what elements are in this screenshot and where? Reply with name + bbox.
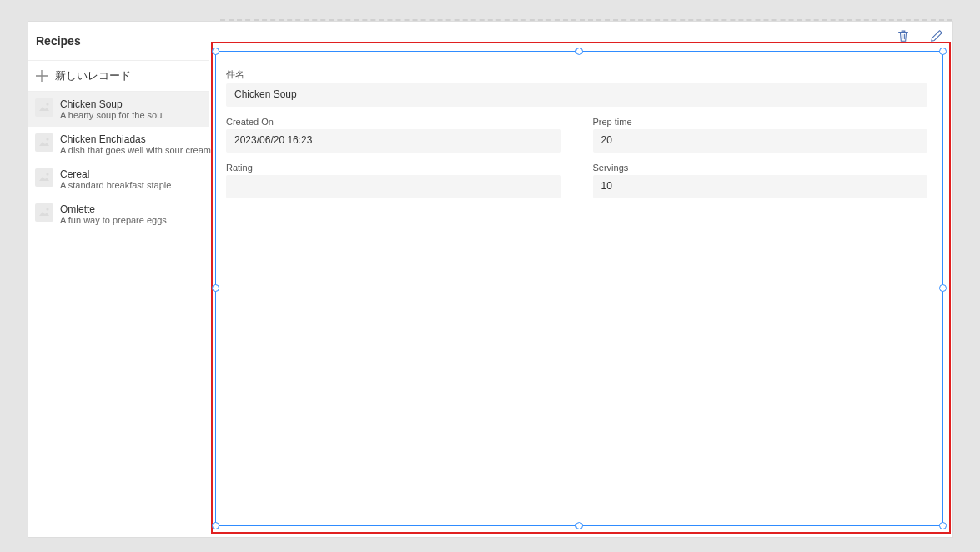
svg-point-7 xyxy=(46,208,48,210)
new-record-button[interactable]: 新しいレコード xyxy=(28,61,209,92)
list-item-subtitle: A fun way to prepare eggs xyxy=(60,215,167,225)
sidebar-title: Recipes xyxy=(28,22,209,61)
list-item-title: Chicken Enchiadas xyxy=(60,133,203,145)
list-item[interactable]: Cereal A standard breakfast staple xyxy=(28,162,209,197)
pencil-icon xyxy=(929,28,944,43)
list-item[interactable]: Chicken Soup A hearty soup for the soul xyxy=(28,92,209,127)
list-item[interactable]: Chicken Enchiadas A dish that goes well … xyxy=(28,127,209,162)
field-value-servings[interactable]: 10 xyxy=(593,175,928,198)
form-area: 件名 Chicken Soup Created On 2023/06/20 16… xyxy=(226,68,927,198)
field-value-rating[interactable] xyxy=(226,175,561,198)
field-label-created-on: Created On xyxy=(226,117,561,127)
app-card: Recipes 新しいレコード Chicken Soup A hearty so… xyxy=(28,21,953,538)
image-placeholder-icon xyxy=(35,168,53,187)
svg-point-3 xyxy=(46,138,48,140)
plus-icon xyxy=(35,69,48,83)
svg-marker-2 xyxy=(39,142,49,146)
list-item-title: Cereal xyxy=(60,168,171,180)
list-item-subtitle: A hearty soup for the soul xyxy=(60,110,164,120)
list-item-title: Chicken Soup xyxy=(60,98,164,110)
edit-button[interactable] xyxy=(929,28,944,43)
svg-point-1 xyxy=(46,103,48,105)
image-placeholder-icon xyxy=(35,133,53,152)
field-label-prep-time: Prep time xyxy=(593,117,928,127)
delete-button[interactable] xyxy=(896,28,911,43)
list-item[interactable]: Omlette A fun way to prepare eggs xyxy=(28,197,209,232)
svg-marker-6 xyxy=(39,212,49,216)
detail-panel: 件名 Chicken Soup Created On 2023/06/20 16… xyxy=(210,22,952,537)
field-value-subject[interactable]: Chicken Soup xyxy=(226,83,927,107)
field-label-subject: 件名 xyxy=(226,68,927,81)
svg-marker-4 xyxy=(39,177,49,181)
list-item-subtitle: A standard breakfast staple xyxy=(60,180,171,190)
svg-point-5 xyxy=(46,173,48,175)
field-label-rating: Rating xyxy=(226,163,561,173)
image-placeholder-icon xyxy=(35,203,53,222)
field-value-prep-time[interactable]: 20 xyxy=(593,129,928,153)
list-item-title: Omlette xyxy=(60,203,167,215)
svg-marker-0 xyxy=(39,107,49,111)
trash-icon xyxy=(896,28,911,43)
field-label-servings: Servings xyxy=(593,163,928,173)
list-item-subtitle: A dish that goes well with sour cream xyxy=(60,145,203,155)
field-value-created-on[interactable]: 2023/06/20 16:23 xyxy=(226,129,561,153)
sidebar: Recipes 新しいレコード Chicken Soup A hearty so… xyxy=(28,22,209,537)
image-placeholder-icon xyxy=(35,98,53,117)
new-record-label: 新しいレコード xyxy=(55,68,131,83)
